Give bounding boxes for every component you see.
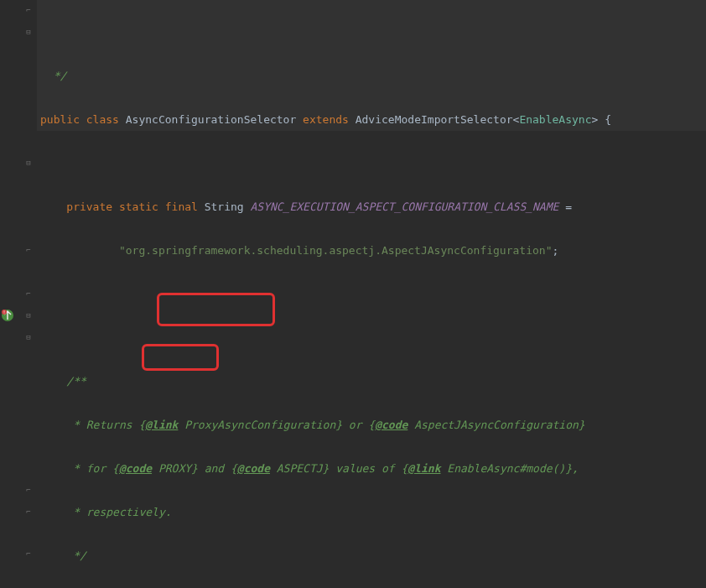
- code-editor: ⌐ ⊟ ⊟ ⌐ ⌐ ⊟ ⊟ ⌐ ⌐ ⌐ ! */ public class As…: [0, 0, 706, 588]
- fold-end-icon[interactable]: ⌐: [23, 485, 34, 495]
- code-line: [40, 327, 706, 349]
- code-line: */: [40, 65, 706, 87]
- fold-start-icon[interactable]: ⊟: [23, 27, 34, 37]
- code-line: * Returns {@link ProxyAsyncConfiguration…: [40, 414, 706, 436]
- code-line: public class AsyncConfigurationSelector …: [40, 109, 706, 131]
- code-line: */: [40, 545, 706, 567]
- fold-end-icon[interactable]: ⌐: [23, 289, 34, 299]
- fold-start-icon[interactable]: ⊟: [23, 310, 34, 320]
- code-line: [40, 284, 706, 305]
- fold-end-icon[interactable]: ⌐: [23, 5, 34, 15]
- svg-text:!: !: [3, 310, 5, 315]
- fold-end-icon[interactable]: ⌐: [23, 507, 34, 517]
- code-line: * for {@code PROXY} and {@code ASPECTJ} …: [40, 458, 706, 480]
- code-line: [40, 153, 706, 174]
- fold-end-icon[interactable]: ⌐: [23, 549, 34, 559]
- code-line: "org.springframework.scheduling.aspectj.…: [40, 240, 706, 262]
- code-line: /**: [40, 371, 706, 393]
- code-line: * respectively.: [40, 502, 706, 523]
- override-marker-icon[interactable]: !: [0, 308, 15, 323]
- fold-start-icon[interactable]: ⊟: [23, 158, 34, 168]
- fold-start-icon[interactable]: ⊟: [23, 332, 34, 342]
- editor-gutter: ⌐ ⊟ ⊟ ⌐ ⌐ ⊟ ⊟ ⌐ ⌐ ⌐ !: [0, 0, 37, 588]
- code-content-area[interactable]: */ public class AsyncConfigurationSelect…: [37, 0, 706, 588]
- code-line: private static final String ASYNC_EXECUT…: [40, 196, 706, 218]
- fold-end-icon[interactable]: ⌐: [23, 245, 34, 255]
